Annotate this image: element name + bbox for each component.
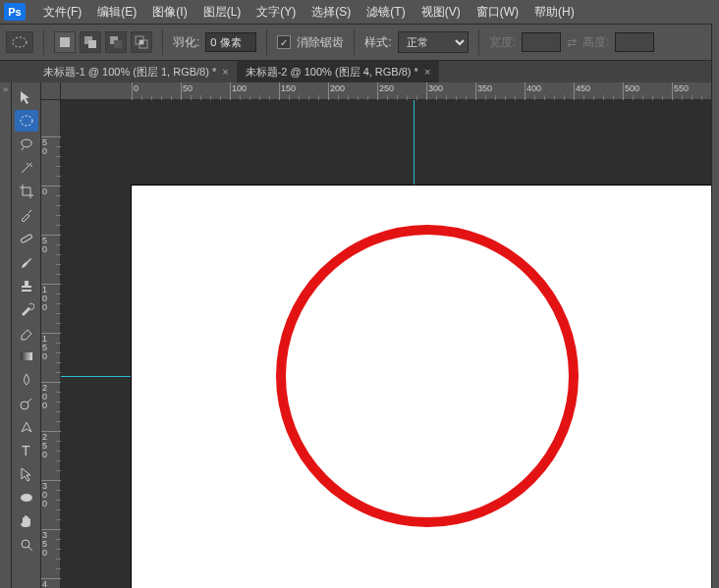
document-canvas[interactable]: Win7系统之家 Www.Winwin7.Com xyxy=(132,186,719,588)
healing-brush-tool[interactable] xyxy=(15,228,38,249)
menu-image[interactable]: 图像(I) xyxy=(144,4,194,21)
selection-mode-group xyxy=(54,31,152,53)
ellipse-icon xyxy=(19,490,34,506)
svg-point-15 xyxy=(22,540,29,548)
eraser-tool[interactable] xyxy=(15,322,38,344)
svg-point-9 xyxy=(21,116,32,126)
menu-edit[interactable]: 编辑(E) xyxy=(89,4,144,21)
height-label: 高度: xyxy=(582,34,609,51)
separator xyxy=(43,29,44,55)
stamp-icon xyxy=(19,278,34,294)
type-icon: T xyxy=(19,443,34,458)
chevron-right-icon: » xyxy=(3,84,8,94)
crop-icon xyxy=(19,184,34,199)
gradient-tool[interactable] xyxy=(15,346,38,367)
brush-tool[interactable] xyxy=(15,251,38,273)
main-area: » T 050100150200250300350400450500550 50… xyxy=(0,82,719,588)
toolbar-collapse-gutter[interactable]: » xyxy=(0,82,12,588)
menu-select[interactable]: 选择(S) xyxy=(304,4,359,21)
svg-rect-5 xyxy=(114,40,122,48)
selection-new[interactable] xyxy=(54,31,76,53)
droplet-icon xyxy=(19,372,34,388)
red-circle-shape xyxy=(276,225,579,527)
svg-rect-3 xyxy=(88,40,96,48)
separator xyxy=(478,29,479,55)
eyedropper-icon xyxy=(19,207,34,223)
svg-point-14 xyxy=(21,494,32,502)
feather-label: 羽化: xyxy=(173,34,199,51)
width-label: 宽度: xyxy=(489,34,516,51)
selection-add[interactable] xyxy=(80,31,101,53)
document-tab-2[interactable]: 未标题-2 @ 100% (图层 4, RGB/8) * × xyxy=(238,61,440,82)
selection-intersect[interactable] xyxy=(131,31,152,53)
gradient-icon xyxy=(19,348,34,364)
clone-stamp-tool[interactable] xyxy=(15,275,38,296)
history-brush-tool[interactable] xyxy=(15,298,38,320)
tools-panel: T xyxy=(12,82,41,588)
svg-point-12 xyxy=(21,401,28,409)
menu-filter[interactable]: 滤镜(T) xyxy=(359,4,413,21)
ellipse-marquee-icon xyxy=(11,35,28,49)
menu-help[interactable]: 帮助(H) xyxy=(526,4,582,21)
hand-tool[interactable] xyxy=(15,510,38,532)
menu-window[interactable]: 窗口(W) xyxy=(469,4,526,21)
antialias-checkbox[interactable]: ✓ xyxy=(277,35,291,49)
magic-wand-tool[interactable] xyxy=(15,157,38,179)
document-tab-bar: 未标题-1 @ 100% (图层 1, RGB/8) * × 未标题-2 @ 1… xyxy=(0,61,719,82)
ruler-origin[interactable] xyxy=(41,82,61,100)
current-tool-preset[interactable] xyxy=(6,31,33,53)
pen-tool[interactable] xyxy=(15,416,38,438)
style-label: 样式: xyxy=(364,34,391,51)
move-tool[interactable] xyxy=(15,86,38,108)
crop-tool[interactable] xyxy=(15,181,38,202)
brush-icon xyxy=(19,254,34,270)
eyedropper-tool[interactable] xyxy=(15,204,38,226)
shape-tool[interactable] xyxy=(15,487,38,508)
path-selection-tool[interactable] xyxy=(15,463,38,485)
blur-tool[interactable] xyxy=(15,369,38,391)
menu-layer[interactable]: 图层(L) xyxy=(195,4,249,21)
close-icon[interactable]: × xyxy=(424,66,430,78)
document-tab-1[interactable]: 未标题-1 @ 100% (图层 1, RGB/8) * × xyxy=(35,61,238,82)
close-icon[interactable]: × xyxy=(222,66,228,78)
width-input xyxy=(522,32,561,52)
svg-rect-8 xyxy=(139,40,143,44)
height-input xyxy=(615,32,654,52)
work-area: 050100150200250300350400450500550 500501… xyxy=(41,82,719,588)
ellipse-marquee-icon xyxy=(19,113,34,129)
lasso-tool[interactable] xyxy=(15,134,38,155)
arrow-icon xyxy=(19,466,34,482)
selection-add-icon xyxy=(83,35,97,49)
style-select[interactable]: 正常 xyxy=(398,31,469,53)
svg-rect-1 xyxy=(60,37,70,47)
zoom-icon xyxy=(19,537,34,553)
marquee-tool[interactable] xyxy=(15,110,38,132)
svg-rect-10 xyxy=(20,234,31,242)
dodge-tool[interactable] xyxy=(15,393,38,414)
selection-intersect-icon xyxy=(135,35,148,49)
feather-input[interactable] xyxy=(205,32,256,52)
dodge-icon xyxy=(19,396,34,411)
canvas-viewport[interactable]: Win7系统之家 Www.Winwin7.Com xyxy=(61,100,719,588)
lasso-icon xyxy=(19,136,34,152)
separator xyxy=(266,29,267,55)
swap-wh-icon[interactable]: ⇄ xyxy=(567,35,577,49)
vertical-ruler[interactable]: 50050100150200250300350400 xyxy=(41,100,61,588)
type-tool[interactable]: T xyxy=(15,440,38,461)
right-panel-strip xyxy=(711,24,719,588)
selection-subtract[interactable] xyxy=(105,31,127,53)
menu-view[interactable]: 视图(V) xyxy=(414,4,469,21)
separator xyxy=(162,29,163,55)
tab-label: 未标题-2 @ 100% (图层 4, RGB/8) * xyxy=(246,65,418,80)
selection-new-icon xyxy=(58,35,72,49)
move-icon xyxy=(19,89,34,105)
separator xyxy=(354,29,355,55)
menu-file[interactable]: 文件(F) xyxy=(35,4,89,21)
svg-rect-11 xyxy=(21,352,32,360)
svg-point-0 xyxy=(13,37,27,47)
history-brush-icon xyxy=(19,301,34,317)
horizontal-ruler[interactable]: 050100150200250300350400450500550 xyxy=(61,82,719,100)
zoom-tool[interactable] xyxy=(15,534,38,556)
menu-text[interactable]: 文字(Y) xyxy=(249,4,304,21)
app-logo: Ps xyxy=(4,3,26,21)
